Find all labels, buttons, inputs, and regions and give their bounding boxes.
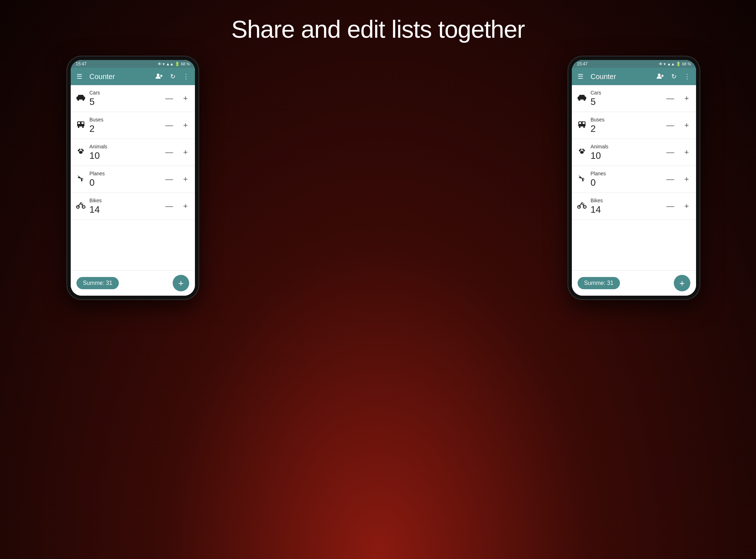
bikes-increment-left[interactable]: + <box>181 201 190 212</box>
counter-item-cars-left: Cars 5 — + <box>71 85 195 112</box>
planes-decrement-left[interactable]: — <box>163 174 175 185</box>
counter-item-planes-left: Planes 0 — + <box>71 166 195 193</box>
planes-increment-right[interactable]: + <box>682 174 691 185</box>
svg-point-10 <box>78 126 79 128</box>
svg-rect-7 <box>78 122 80 124</box>
add-user-button-left[interactable] <box>154 71 164 82</box>
status-time-left: 15:47 <box>76 61 87 66</box>
car-decrement-right[interactable]: — <box>664 93 676 104</box>
planes-controls-left: — + <box>163 174 190 185</box>
menu-button-left[interactable]: ☰ <box>75 71 84 82</box>
more-button-right[interactable]: ⋮ <box>682 71 692 82</box>
visibility-icon-right: 👁 <box>659 62 663 66</box>
planes-controls-right: — + <box>664 174 691 185</box>
animals-controls-right: — + <box>664 147 691 158</box>
svg-rect-3 <box>76 97 85 100</box>
bikes-increment-right[interactable]: + <box>682 201 691 212</box>
refresh-button-right[interactable]: ↻ <box>670 71 678 82</box>
more-button-left[interactable]: ⋮ <box>181 71 191 82</box>
svg-point-26 <box>584 99 585 101</box>
animals-info-left: Animals 10 <box>89 144 163 161</box>
status-icons-left: 👁 ▾ ▲▲ 🔋 68 % <box>158 62 190 66</box>
svg-point-36 <box>580 149 582 151</box>
animals-decrement-left[interactable]: — <box>163 147 175 158</box>
bus-decrement-left[interactable]: — <box>163 120 175 131</box>
car-info-left: Cars 5 <box>89 90 163 107</box>
bus-info-right: Buses 2 <box>591 117 664 134</box>
bike-icon-left <box>76 201 86 211</box>
planes-increment-left[interactable]: + <box>181 174 190 185</box>
car-controls-left: — + <box>163 93 190 104</box>
svg-rect-29 <box>583 122 585 124</box>
car-info-right: Cars 5 <box>591 90 664 107</box>
paw-icon-right <box>577 147 587 158</box>
signal-icon-left: ▲▲ <box>166 62 174 66</box>
sum-badge-left: Summe: 31 <box>76 277 119 289</box>
app-bar-icons-right: ↻ ⋮ <box>655 71 692 82</box>
svg-point-4 <box>78 99 79 101</box>
svg-point-33 <box>580 151 584 154</box>
planes-info-left: Planes 0 <box>89 171 163 188</box>
animals-label-right: Animals <box>591 144 664 149</box>
svg-point-15 <box>79 149 80 151</box>
counter-item-animals-right: Animals 10 — + <box>572 139 696 166</box>
bikes-decrement-left[interactable]: — <box>163 201 175 212</box>
battery-icon-left: 🔋 <box>175 62 180 66</box>
add-fab-right[interactable]: + <box>674 275 690 291</box>
counter-item-planes-right: Planes 0 — + <box>572 166 696 193</box>
animals-info-right: Animals 10 <box>591 144 664 161</box>
bikes-value-right: 14 <box>591 204 664 215</box>
car-increment-left[interactable]: + <box>181 93 190 104</box>
svg-point-41 <box>584 207 585 207</box>
svg-point-11 <box>82 126 84 128</box>
bikes-label-right: Bikes <box>591 198 664 203</box>
car-decrement-left[interactable]: — <box>163 93 175 104</box>
car-icon-right <box>577 94 587 103</box>
app-title-right: Counter <box>591 73 651 81</box>
bus-label-right: Buses <box>591 117 664 123</box>
car-label-left: Cars <box>89 90 163 96</box>
bus-increment-left[interactable]: + <box>181 120 190 131</box>
status-time-right: 15:47 <box>577 61 588 66</box>
bikes-info-right: Bikes 14 <box>591 198 664 215</box>
animals-decrement-right[interactable]: — <box>664 147 676 158</box>
car-controls-right: — + <box>664 93 691 104</box>
app-title-left: Counter <box>89 73 150 81</box>
bus-controls-right: — + <box>664 120 691 131</box>
bottom-bar-right: Summe: 31 + <box>572 270 696 296</box>
visibility-icon-left: 👁 <box>158 62 162 66</box>
svg-point-0 <box>157 73 159 76</box>
add-fab-left[interactable]: + <box>173 275 189 291</box>
svg-point-21 <box>658 73 661 76</box>
refresh-button-left[interactable]: ↻ <box>169 71 177 82</box>
wifi-icon-right: ▾ <box>664 62 666 66</box>
phone-right: 15:47 👁 ▾ ▲▲ 🔋 68 % ☰ Counter <box>568 56 700 300</box>
status-bar-right: 15:47 👁 ▾ ▲▲ 🔋 68 % <box>572 60 696 68</box>
app-bar-icons-left: ↻ ⋮ <box>154 71 191 82</box>
app-bar-right: ☰ Counter ↻ ⋮ <box>572 68 696 85</box>
battery-icon-right: 🔋 <box>676 62 681 66</box>
menu-button-right[interactable]: ☰ <box>576 71 585 82</box>
add-user-button-right[interactable] <box>655 71 666 82</box>
animals-increment-left[interactable]: + <box>181 147 190 158</box>
bikes-value-left: 14 <box>89 204 163 215</box>
planes-value-right: 0 <box>591 177 664 188</box>
planes-info-right: Planes 0 <box>591 171 664 188</box>
bikes-decrement-right[interactable]: — <box>664 201 676 212</box>
battery-text-left: 68 % <box>181 62 190 66</box>
bus-info-left: Buses 2 <box>89 117 163 134</box>
bikes-controls-left: — + <box>163 201 190 212</box>
phone-screen-right: 15:47 👁 ▾ ▲▲ 🔋 68 % ☰ Counter <box>572 60 696 296</box>
planes-decrement-right[interactable]: — <box>664 174 676 185</box>
counter-item-bikes-left: Bikes 14 — + <box>71 193 195 220</box>
svg-point-32 <box>583 126 585 128</box>
bus-increment-right[interactable]: + <box>682 120 691 131</box>
phone-frame-left: 15:47 👁 ▾ ▲▲ 🔋 68 % ☰ Counter <box>66 56 199 300</box>
car-increment-right[interactable]: + <box>682 93 691 104</box>
animals-increment-right[interactable]: + <box>682 147 691 158</box>
counter-item-cars-right: Cars 5 — + <box>572 85 696 112</box>
plane-icon-right <box>577 174 587 185</box>
bus-label-left: Buses <box>89 117 163 123</box>
planes-value-left: 0 <box>89 177 163 188</box>
bus-decrement-right[interactable]: — <box>664 120 676 131</box>
